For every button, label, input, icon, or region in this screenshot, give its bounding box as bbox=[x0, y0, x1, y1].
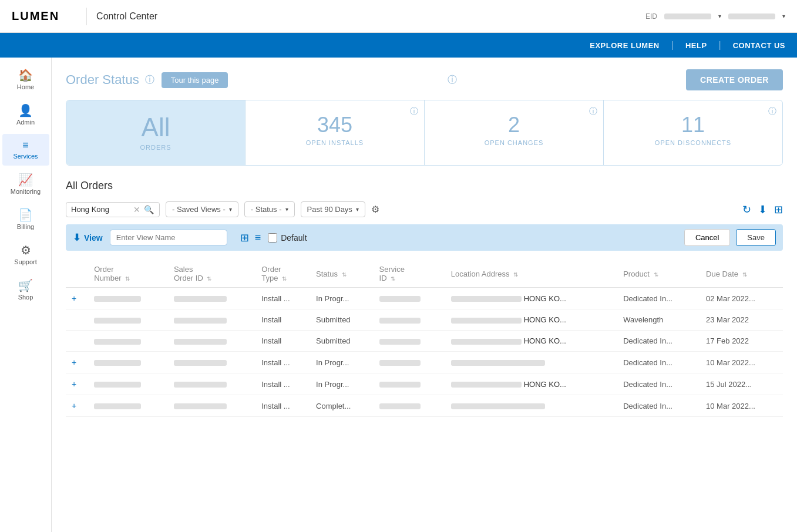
sidebar-label-billing: Billing bbox=[17, 223, 34, 230]
search-input[interactable] bbox=[71, 205, 130, 214]
sort-order-type-icon[interactable]: ⇅ bbox=[282, 275, 287, 282]
download-icon[interactable]: ⬇ bbox=[758, 203, 767, 216]
table-row: InstallSubmittedHONG KO...Dedicated In..… bbox=[66, 331, 783, 352]
stat-label-changes: OPEN CHANGES bbox=[436, 139, 591, 146]
sidebar-item-billing[interactable]: 📄 Billing bbox=[2, 203, 49, 236]
th-sales-order-id: SalesOrder ID ⇅ bbox=[168, 260, 255, 288]
stat-card-installs[interactable]: ⓘ 345 OPEN INSTALLS bbox=[246, 100, 425, 165]
filter-settings-icon[interactable]: ⚙ bbox=[371, 204, 379, 215]
th-location-address: Location Address ⇅ bbox=[445, 260, 617, 288]
saved-views-dropdown[interactable]: - Saved Views - ▾ bbox=[166, 201, 238, 217]
services-icon: ≡ bbox=[22, 140, 29, 150]
shop-icon: 🛒 bbox=[18, 280, 33, 291]
cancel-button[interactable]: Cancel bbox=[684, 229, 730, 246]
default-checkbox-group: Default bbox=[268, 233, 307, 243]
page-title: Order Status bbox=[66, 72, 139, 87]
sidebar-item-support[interactable]: ⚙ Support bbox=[2, 238, 49, 271]
search-icon[interactable]: 🔍 bbox=[144, 205, 154, 214]
due-date-cell: 02 Mar 2022... bbox=[700, 288, 783, 309]
sidebar-label-monitoring: Monitoring bbox=[11, 188, 41, 195]
order-type-cell: Install ... bbox=[255, 352, 310, 373]
user-dropdown-icon[interactable]: ▾ bbox=[782, 13, 785, 19]
create-order-button[interactable]: CREATE ORDER bbox=[686, 69, 783, 90]
orders-table: OrderNumber ⇅ SalesOrder ID ⇅ OrderType … bbox=[66, 260, 783, 417]
service-id-cell bbox=[374, 288, 445, 309]
clear-search-icon[interactable]: ✕ bbox=[133, 205, 140, 214]
sidebar-item-services[interactable]: ≡ Services bbox=[2, 134, 49, 166]
order-number-cell bbox=[88, 331, 168, 352]
product-cell: Dedicated In... bbox=[617, 373, 700, 395]
expand-icon[interactable]: + bbox=[72, 294, 76, 303]
expand-icon[interactable]: + bbox=[72, 401, 76, 410]
sidebar-item-admin[interactable]: 👤 Admin bbox=[2, 99, 49, 132]
grid-view-icon[interactable]: ⊞ bbox=[774, 203, 783, 216]
blue-nav-bar: EXPLORE LUMEN | HELP | CONTACT US bbox=[0, 33, 797, 58]
expand-cell bbox=[66, 331, 88, 352]
stat-card-disconnects[interactable]: ⓘ 11 OPEN DISCONNECTS bbox=[604, 100, 782, 165]
expand-cell[interactable]: + bbox=[66, 373, 88, 395]
order-type-cell: Install ... bbox=[255, 288, 310, 309]
location-address-cell: HONG KO... bbox=[445, 331, 617, 352]
service-id-cell bbox=[374, 352, 445, 373]
sidebar-item-monitoring[interactable]: 📈 Monitoring bbox=[2, 168, 49, 201]
eid-value bbox=[664, 14, 711, 19]
th-expand bbox=[66, 260, 88, 288]
page-header: Order Status ⓘ Tour this page ⓘ CREATE O… bbox=[66, 69, 783, 90]
content-area: Order Status ⓘ Tour this page ⓘ CREATE O… bbox=[52, 58, 797, 532]
th-order-number: OrderNumber ⇅ bbox=[88, 260, 168, 288]
date-label: Past 90 Days bbox=[307, 205, 352, 214]
eid-dropdown-icon[interactable]: ▾ bbox=[718, 13, 721, 19]
product-cell: Dedicated In... bbox=[617, 395, 700, 417]
admin-icon: 👤 bbox=[18, 105, 33, 116]
status-cell: Submitted bbox=[310, 331, 374, 352]
sales-order-id-cell bbox=[168, 309, 255, 331]
stat-card-changes[interactable]: ⓘ 2 OPEN CHANGES bbox=[425, 100, 604, 165]
sort-service-id-icon[interactable]: ⇅ bbox=[391, 275, 395, 282]
sort-order-number-icon[interactable]: ⇅ bbox=[125, 275, 130, 282]
date-arrow-icon: ▾ bbox=[356, 206, 359, 213]
status-cell: In Progr... bbox=[310, 352, 374, 373]
sales-order-id-cell bbox=[168, 331, 255, 352]
sales-order-id-cell bbox=[168, 395, 255, 417]
default-checkbox[interactable] bbox=[268, 233, 277, 243]
explore-lumen-link[interactable]: EXPLORE LUMEN bbox=[590, 41, 659, 50]
sort-product-icon[interactable]: ⇅ bbox=[654, 271, 658, 278]
view-name-input[interactable] bbox=[110, 230, 227, 245]
help-circle-icon[interactable]: ⓘ bbox=[145, 74, 154, 86]
sidebar-label-shop: Shop bbox=[18, 294, 33, 301]
sort-status-icon[interactable]: ⇅ bbox=[342, 271, 347, 278]
expand-cell[interactable]: + bbox=[66, 352, 88, 373]
status-cell: In Progr... bbox=[310, 288, 374, 309]
columns-icon[interactable]: ⊞ bbox=[240, 231, 249, 244]
service-id-cell bbox=[374, 395, 445, 417]
stat-label-disconnects: OPEN DISCONNECTS bbox=[616, 139, 771, 146]
order-number-cell bbox=[88, 352, 168, 373]
order-type-cell: Install ... bbox=[255, 395, 310, 417]
date-dropdown[interactable]: Past 90 Days ▾ bbox=[301, 201, 365, 217]
eid-label: EID bbox=[645, 12, 657, 21]
stat-card-all[interactable]: All ORDERS bbox=[66, 100, 246, 165]
sort-location-icon[interactable]: ⇅ bbox=[513, 271, 518, 278]
download-arrow-icon: ⬇ bbox=[73, 232, 80, 243]
status-dropdown[interactable]: - Status - ▾ bbox=[244, 201, 295, 217]
expand-cell[interactable]: + bbox=[66, 288, 88, 309]
sales-order-id-cell bbox=[168, 288, 255, 309]
sidebar-item-shop[interactable]: 🛒 Shop bbox=[2, 274, 49, 307]
expand-cell[interactable]: + bbox=[66, 395, 88, 417]
expand-icon[interactable]: + bbox=[72, 379, 76, 389]
sort-due-date-icon[interactable]: ⇅ bbox=[742, 271, 747, 278]
info-icon-changes: ⓘ bbox=[589, 106, 597, 117]
sidebar-item-home[interactable]: 🏠 Home bbox=[2, 63, 49, 96]
tour-button[interactable]: Tour this page bbox=[162, 72, 228, 88]
save-button[interactable]: Save bbox=[736, 229, 776, 246]
expand-icon[interactable]: + bbox=[72, 358, 76, 367]
help-link[interactable]: HELP bbox=[685, 41, 707, 50]
info-icon-installs: ⓘ bbox=[410, 106, 418, 117]
refresh-icon[interactable]: ↻ bbox=[742, 203, 751, 216]
contact-us-link[interactable]: CONTACT US bbox=[733, 41, 785, 50]
billing-icon: 📄 bbox=[18, 209, 33, 221]
filters-icon[interactable]: ≡ bbox=[255, 231, 261, 244]
sort-sales-order-id-icon[interactable]: ⇅ bbox=[207, 275, 211, 282]
support-icon: ⚙ bbox=[21, 244, 31, 256]
stat-value-installs: 345 bbox=[257, 115, 412, 136]
